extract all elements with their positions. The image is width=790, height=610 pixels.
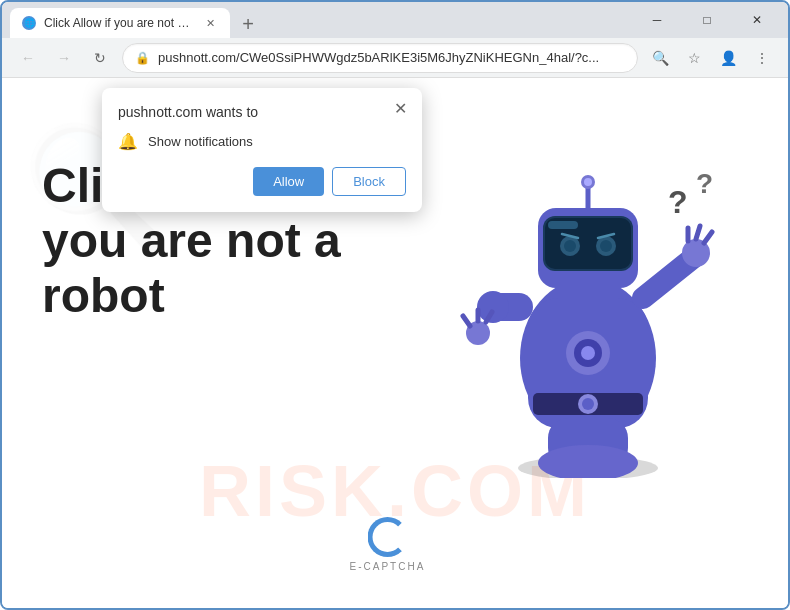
svg-line-33 bbox=[704, 232, 712, 243]
popup-notification-text: Show notifications bbox=[148, 134, 253, 149]
titlebar: 🌐 Click Allow if you are not a robot ✕ +… bbox=[2, 2, 788, 38]
tab-title: Click Allow if you are not a robot bbox=[44, 16, 194, 30]
new-tab-button[interactable]: + bbox=[234, 10, 262, 38]
ecaptcha-icon bbox=[367, 517, 407, 557]
svg-point-17 bbox=[564, 240, 576, 252]
main-text-line2: you are not a bbox=[42, 213, 341, 268]
refresh-button[interactable]: ↻ bbox=[86, 44, 114, 72]
svg-line-32 bbox=[696, 226, 700, 239]
svg-point-25 bbox=[477, 291, 509, 323]
svg-rect-14 bbox=[548, 221, 578, 229]
tab-close-button[interactable]: ✕ bbox=[202, 15, 218, 31]
block-button[interactable]: Block bbox=[332, 167, 406, 196]
profile-icon-btn[interactable]: 👤 bbox=[714, 44, 742, 72]
maximize-button[interactable]: □ bbox=[684, 4, 730, 36]
search-icon-btn[interactable]: 🔍 bbox=[646, 44, 674, 72]
menu-icon-btn[interactable]: ⋮ bbox=[748, 44, 776, 72]
back-button[interactable]: ← bbox=[14, 44, 42, 72]
minimize-button[interactable]: ─ bbox=[634, 4, 680, 36]
popup-buttons: Allow Block bbox=[118, 167, 406, 196]
addressbar: ← → ↻ 🔒 pushnott.com/CWe0SsiPHWWgdz5bARl… bbox=[2, 38, 788, 78]
page-content: 🔍 Click Allow if you are not a robot RIS… bbox=[2, 78, 788, 610]
tab-area: 🌐 Click Allow if you are not a robot ✕ + bbox=[10, 2, 628, 38]
active-tab[interactable]: 🌐 Click Allow if you are not a robot ✕ bbox=[10, 8, 230, 38]
svg-point-18 bbox=[600, 240, 612, 252]
lock-icon: 🔒 bbox=[135, 51, 150, 65]
ecaptcha-logo: E-CAPTCHA bbox=[350, 517, 426, 572]
svg-point-8 bbox=[581, 346, 595, 360]
popup-title: pushnott.com wants to bbox=[118, 104, 406, 120]
svg-text:?: ? bbox=[668, 184, 688, 220]
robot-illustration: ? ? bbox=[448, 98, 728, 478]
url-text: pushnott.com/CWe0SsiPHWWgdz5bARlKE3i5M6J… bbox=[158, 50, 625, 65]
allow-button[interactable]: Allow bbox=[253, 167, 324, 196]
svg-line-30 bbox=[643, 258, 693, 298]
svg-text:?: ? bbox=[696, 168, 713, 199]
address-box[interactable]: 🔒 pushnott.com/CWe0SsiPHWWgdz5bARlKE3i5M… bbox=[122, 43, 638, 73]
popup-notification-row: 🔔 Show notifications bbox=[118, 132, 406, 151]
tab-favicon: 🌐 bbox=[22, 16, 36, 30]
popup-close-button[interactable]: ✕ bbox=[390, 98, 410, 118]
ecaptcha-label: E-CAPTCHA bbox=[350, 561, 426, 572]
svg-point-5 bbox=[582, 398, 594, 410]
window-controls: ─ □ ✕ bbox=[634, 4, 780, 36]
main-text-line3: robot bbox=[42, 268, 341, 323]
svg-point-23 bbox=[584, 178, 592, 186]
svg-line-27 bbox=[463, 316, 470, 326]
forward-button[interactable]: → bbox=[50, 44, 78, 72]
address-icons: 🔍 ☆ 👤 ⋮ bbox=[646, 44, 776, 72]
notification-popup: ✕ pushnott.com wants to 🔔 Show notificat… bbox=[102, 88, 422, 212]
bell-icon: 🔔 bbox=[118, 132, 138, 151]
bookmark-icon-btn[interactable]: ☆ bbox=[680, 44, 708, 72]
close-button[interactable]: ✕ bbox=[734, 4, 780, 36]
